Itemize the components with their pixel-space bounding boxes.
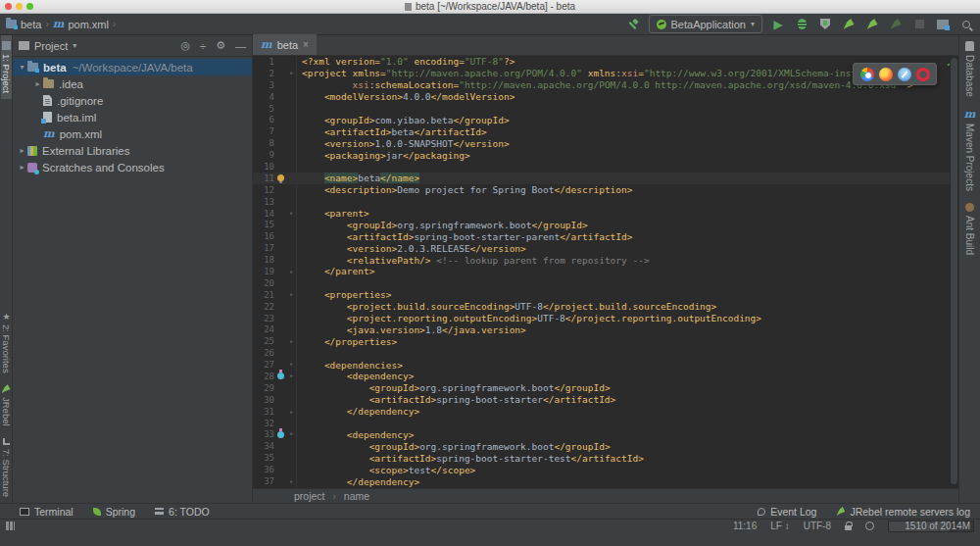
close-tab-icon[interactable]: × <box>303 39 309 50</box>
editor-scrollbar[interactable] <box>950 56 958 488</box>
tool-button-jrebel[interactable]: JRebel <box>1 378 12 432</box>
tool-button-favorites[interactable]: ★ 2: Favorites <box>1 306 12 379</box>
code-line-34[interactable]: 34 <groupId>org.springframework.boot</gr… <box>253 440 958 452</box>
fold-marker-icon[interactable]: ▾ <box>286 289 297 301</box>
fold-marker-icon[interactable]: ▾ <box>286 371 297 382</box>
breadcrumb-project[interactable]: beta <box>21 19 41 30</box>
tree-collapsed-arrow-icon[interactable]: ▸ <box>17 163 27 172</box>
opera-browser-icon[interactable] <box>916 68 930 81</box>
build-hammer-icon[interactable] <box>625 17 641 32</box>
tool-button-maven-projects[interactable]: m Maven Projects <box>964 103 976 197</box>
event-log-button[interactable]: Event Log <box>758 506 816 518</box>
code-line-11[interactable]: 11 <name>beta</name> <box>253 173 958 184</box>
tool-button-database[interactable]: Database <box>964 35 975 103</box>
code-line-4[interactable]: 4 <modelVersion>4.0.0</modelVersion> <box>253 91 958 103</box>
code-line-23[interactable]: 23 <project.reporting.outputEncoding>UTF… <box>253 313 958 324</box>
safari-browser-icon[interactable] <box>898 68 911 81</box>
code-line-35[interactable]: 35 <artifactId>spring-boot-starter-test<… <box>253 452 958 464</box>
code-line-29[interactable]: 29 <groupId>org.springframework.boot</gr… <box>253 382 958 394</box>
code-line-22[interactable]: 22 <project.build.sourceEncoding>UTF-8</… <box>253 301 958 313</box>
caret-position[interactable]: 11:16 <box>733 521 757 531</box>
tool-button-terminal[interactable]: Terminal <box>20 506 74 518</box>
tool-window-switcher-icon[interactable] <box>6 521 15 530</box>
run-configuration-select[interactable]: BetaApplication ▾ <box>649 15 762 33</box>
tree-item--gitignore[interactable]: .gitignore <box>13 92 252 109</box>
code-line-20[interactable]: 20 <box>253 277 958 289</box>
code-line-19[interactable]: 19▴ </parent> <box>253 266 958 277</box>
breadcrumb-tag-name[interactable]: name <box>344 490 369 502</box>
hide-panel-button[interactable]: — <box>235 40 246 52</box>
fold-marker-icon[interactable]: ▾ <box>286 429 297 441</box>
code-line-16[interactable]: 16 <artifactId>spring-boot-starter-paren… <box>253 230 958 242</box>
locate-file-button[interactable]: ◎ <box>180 39 190 52</box>
fold-marker-icon[interactable]: ▾ <box>286 359 297 371</box>
lock-icon[interactable] <box>845 525 852 530</box>
fold-marker-icon[interactable]: ▾ <box>286 68 297 79</box>
chevron-down-icon[interactable]: ▾ <box>73 41 76 50</box>
line-separator[interactable]: LF ↕ <box>770 521 789 531</box>
tool-button-todo[interactable]: 6: TODO <box>155 506 210 518</box>
code-line-32[interactable]: 32 <box>253 418 958 429</box>
fold-marker-icon[interactable]: ▾ <box>286 208 297 220</box>
code-line-15[interactable]: 15 <groupId>org.springframework.boot</gr… <box>253 219 958 230</box>
tool-button-spring[interactable]: Spring <box>93 506 135 518</box>
code-line-33[interactable]: 33▾ <dependency> <box>253 429 958 441</box>
code-line-17[interactable]: 17 <version>2.0.3.RELEASE</version> <box>253 242 958 254</box>
code-line-12[interactable]: 12 <description>Demo project for Spring … <box>253 184 958 196</box>
jrebel-debug-button[interactable] <box>864 17 880 32</box>
code-line-28[interactable]: 28▾ <dependency> <box>253 371 958 382</box>
editor-tab-beta[interactable]: m beta × <box>253 34 317 55</box>
code-line-6[interactable]: 6 <groupId>com.yibao.beta</groupId> <box>253 114 958 125</box>
memory-indicator[interactable]: 1510 of 2014M <box>888 521 974 532</box>
dependency-jar-icon[interactable] <box>274 372 286 379</box>
tool-button-ant-build[interactable]: Ant Build <box>964 197 975 261</box>
debug-button[interactable] <box>794 17 809 32</box>
tree-expanded-arrow-icon[interactable]: ▾ <box>17 63 27 72</box>
code-line-8[interactable]: 8 <version>1.0.0-SNAPSHOT</version> <box>253 137 958 149</box>
code-line-38[interactable]: 38▴ </dependencies> <box>253 487 958 488</box>
fold-marker-icon[interactable]: ▴ <box>286 266 297 277</box>
code-line-24[interactable]: 24 <java.version>1.8</java.version> <box>253 323 958 335</box>
code-line-26[interactable]: 26 <box>253 347 958 359</box>
fold-marker-icon[interactable]: ▴ <box>286 487 297 488</box>
code-line-7[interactable]: 7 <artifactId>beta</artifactId> <box>253 125 958 137</box>
search-everywhere-button[interactable] <box>958 17 974 32</box>
code-line-27[interactable]: 27▾ <dependencies> <box>253 359 958 371</box>
breadcrumb-file[interactable]: pom.xml <box>68 19 109 30</box>
file-encoding[interactable]: UTF-8 <box>804 521 831 531</box>
intention-bulb-icon[interactable] <box>274 174 286 181</box>
tree-item-scratches-and-consoles[interactable]: ▸Scratches and Consoles <box>13 159 252 175</box>
code-line-13[interactable]: 13 <box>253 196 958 208</box>
code-editor[interactable]: 1<?xml version="1.0" encoding="UTF-8"?>2… <box>253 56 958 488</box>
tree-item-beta-iml[interactable]: beta.iml <box>13 109 252 125</box>
tree-collapsed-arrow-icon[interactable]: ▸ <box>32 79 43 88</box>
code-line-14[interactable]: 14▾ <parent> <box>253 208 958 220</box>
tool-button-project[interactable]: 1: Project <box>1 35 12 99</box>
code-line-18[interactable]: 18 <relativePath/> <!-- lookup parent fr… <box>253 254 958 266</box>
code-line-21[interactable]: 21▾ <properties> <box>253 289 958 301</box>
fold-marker-icon[interactable]: ▴ <box>286 475 297 487</box>
collapse-all-button[interactable]: ÷ <box>200 40 206 52</box>
tool-button-structure[interactable]: 7: Structure <box>1 432 12 503</box>
chrome-browser-icon[interactable] <box>860 68 874 81</box>
project-structure-button[interactable] <box>935 17 951 32</box>
code-line-25[interactable]: 25▴ </properties> <box>253 335 958 347</box>
tree-item-pom-xml[interactable]: mpom.xml <box>13 125 252 142</box>
tree-collapsed-arrow-icon[interactable]: ▸ <box>17 146 27 155</box>
code-line-5[interactable]: 5 <box>253 103 958 115</box>
fold-marker-icon[interactable]: ▴ <box>286 335 297 347</box>
jrebel-log-button[interactable]: JRebel remote servers log <box>836 506 970 518</box>
panel-settings-button[interactable]: ⚙ <box>216 39 225 52</box>
highlighting-level-icon[interactable] <box>865 521 874 530</box>
code-line-37[interactable]: 37▴ </dependency> <box>253 475 958 487</box>
firefox-browser-icon[interactable] <box>879 68 893 81</box>
run-button[interactable]: ▶ <box>770 17 786 32</box>
code-line-36[interactable]: 36 <scope>test</scope> <box>253 464 958 475</box>
tree-item-beta[interactable]: ▾beta~/Workspace/JAVA/beta <box>13 59 252 75</box>
code-line-30[interactable]: 30 <artifactId>spring-boot-starter</arti… <box>253 394 958 406</box>
run-with-coverage-button[interactable] <box>817 17 833 32</box>
jrebel-run-button[interactable] <box>841 17 857 32</box>
code-line-31[interactable]: 31▴ </dependency> <box>253 406 958 418</box>
code-line-9[interactable]: 9 <packaging>jar</packaging> <box>253 149 958 161</box>
dependency-jar-icon[interactable] <box>274 431 286 438</box>
